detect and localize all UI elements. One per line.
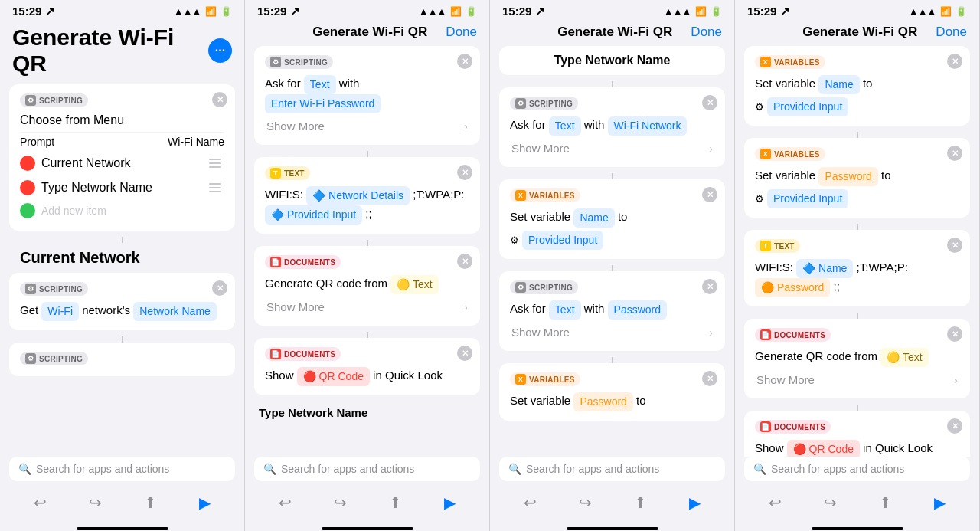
close-p4-vars1[interactable]: ✕	[947, 54, 962, 69]
close-button[interactable]: ✕	[212, 92, 227, 107]
drag-handle-1[interactable]	[206, 156, 224, 171]
show-more-p2-docs1[interactable]: Show More ›	[265, 294, 469, 316]
more-button[interactable]: ···	[208, 38, 232, 63]
vars-label-p4-1: VARIABLES	[774, 58, 820, 67]
close-p3-vars2[interactable]: ✕	[702, 371, 717, 386]
scripting-header-p3-1: ⚙ SCRIPTING	[510, 97, 714, 110]
drag-handle-2[interactable]	[206, 180, 224, 195]
search-bar-4[interactable]: 🔍 Search for apps and actions	[744, 457, 970, 481]
docs-badge-p2-1: 📄 DOCUMENTS	[265, 255, 341, 269]
show-more-p3-1[interactable]: Show More ›	[510, 136, 714, 158]
show-more-p2-1[interactable]: Show More ›	[265, 113, 469, 136]
close-p4-text[interactable]: ✕	[947, 238, 962, 253]
search-icon-1: 🔍	[18, 463, 31, 475]
docs-header-p2-2: 📄 DOCUMENTS	[265, 347, 469, 361]
wifi-icon-4: 📶	[940, 6, 952, 17]
time-1: 15:29 ↗	[12, 5, 55, 18]
share-button-2[interactable]: ⬆	[386, 490, 405, 515]
large-title-bar: Generate Wi-Fi QR ···	[0, 21, 244, 84]
battery-icon-3: 🔋	[710, 6, 722, 17]
undo-button-3[interactable]: ↩	[521, 490, 540, 515]
type-network-item[interactable]: Type Network Name	[20, 175, 224, 200]
search-bar-3[interactable]: 🔍 Search for apps and actions	[499, 457, 725, 481]
network-details-tag: 🔷 Network Details	[306, 186, 410, 205]
add-item[interactable]: Add new item	[20, 200, 224, 221]
share-button-3[interactable]: ⬆	[631, 490, 650, 515]
close-p3-vars1[interactable]: ✕	[702, 187, 717, 202]
docs-badge-p2-2: 📄 DOCUMENTS	[265, 347, 341, 361]
home-indicator-1	[0, 527, 244, 531]
search-bar-1[interactable]: 🔍 Search for apps and actions	[9, 457, 235, 481]
close-button-2[interactable]: ✕	[212, 280, 227, 296]
wifi-tag: Wi-Fi	[41, 302, 79, 321]
text-header-p2: T TEXT	[265, 166, 469, 180]
chevron-docs-p4: ›	[954, 374, 958, 386]
connector-p3-4	[499, 357, 725, 363]
docs-icon-p4-2: 📄	[760, 421, 771, 432]
vars-header-p3-2: X VARIABLES	[510, 372, 714, 386]
play-button-1[interactable]: ▶	[196, 490, 214, 515]
nav-done-4[interactable]: Done	[936, 25, 967, 40]
nav-done-2[interactable]: Done	[446, 25, 477, 40]
redo-button-2[interactable]: ↪	[331, 490, 350, 515]
time-2: 15:29 ↗	[257, 5, 300, 18]
show-more-p3-2[interactable]: Show More ›	[510, 320, 714, 342]
scripting-badge-p3-1: ⚙ SCRIPTING	[510, 97, 578, 110]
undo-button-4[interactable]: ↩	[766, 490, 785, 515]
vars-label-p3-2: VARIABLES	[529, 375, 575, 384]
wifi-icon-3: 📶	[695, 6, 707, 17]
close-p2-docs1[interactable]: ✕	[457, 254, 472, 269]
panel2-scroll: ⚙ SCRIPTING ✕ Ask for Text with Enter Wi…	[245, 46, 489, 457]
play-button-3[interactable]: ▶	[686, 490, 704, 515]
home-bar-2	[322, 527, 413, 530]
play-button-4[interactable]: ▶	[931, 490, 949, 515]
text-tag-p2-1: Text	[304, 75, 336, 94]
connector-p4-4	[744, 405, 970, 411]
close-p4-docs1[interactable]: ✕	[947, 326, 962, 342]
vars-badge-p3-2: X VARIABLES	[510, 372, 580, 386]
connector-p4-1	[744, 132, 970, 138]
show-more-docs-label-p2: Show More	[266, 300, 325, 313]
vars-header-p3-1: X VARIABLES	[510, 188, 714, 202]
text-label-p4: TEXT	[774, 242, 795, 251]
docs-label-p2-1: DOCUMENTS	[284, 258, 335, 267]
close-p2-docs2[interactable]: ✕	[457, 346, 472, 361]
share-button-1[interactable]: ⬆	[141, 490, 160, 515]
redo-button-4[interactable]: ↪	[821, 490, 840, 515]
nav-done-3[interactable]: Done	[691, 25, 722, 40]
scripting-label-p2-1: SCRIPTING	[284, 58, 328, 67]
home-bar-4	[812, 527, 903, 530]
share-button-4[interactable]: ⬆	[876, 490, 895, 515]
close-p2-1[interactable]: ✕	[457, 54, 472, 69]
undo-button-2[interactable]: ↩	[276, 490, 295, 515]
close-p3-1[interactable]: ✕	[702, 95, 717, 110]
panel1-scroll: ⚙ SCRIPTING ✕ Choose from Menu Prompt Wi…	[0, 84, 244, 457]
scripting-icon-2: ⚙	[25, 284, 36, 294]
undo-button-1[interactable]: ↩	[31, 490, 50, 515]
connector-p3-1	[499, 81, 725, 87]
redo-button-3[interactable]: ↪	[576, 490, 595, 515]
search-placeholder-4: Search for apps and actions	[771, 463, 904, 475]
panel-3: 15:29 ↗ ▲▲▲ 📶 🔋 Generate Wi-Fi QR Done T…	[490, 0, 735, 531]
time-4: 15:29 ↗	[747, 5, 790, 18]
search-bar-2[interactable]: 🔍 Search for apps and actions	[254, 457, 480, 481]
redo-button-1[interactable]: ↪	[86, 490, 105, 515]
search-placeholder-1: Search for apps and actions	[36, 463, 169, 475]
set-var-password-card-p4: X VARIABLES ✕ Set variable Password to ⚙…	[744, 138, 970, 218]
current-network-item[interactable]: Current Network	[20, 151, 224, 175]
close-p4-vars2[interactable]: ✕	[947, 146, 962, 161]
generate-qr-card-p4: 📄 DOCUMENTS ✕ Generate QR code from 🟡 Te…	[744, 319, 970, 398]
show-more-p4-docs1[interactable]: Show More ›	[755, 367, 959, 389]
chevron-p2-1: ›	[464, 120, 468, 133]
scripting-label-p3-2: SCRIPTING	[529, 284, 573, 292]
signal-icon-4: ▲▲▲	[909, 6, 936, 17]
set-var-password-card: X VARIABLES ✕ Set variable Password to	[499, 363, 725, 421]
close-p3-2[interactable]: ✕	[702, 279, 717, 294]
play-button-2[interactable]: ▶	[441, 490, 459, 515]
home-bar-3	[567, 527, 658, 530]
status-icons-4: ▲▲▲ 📶 🔋	[909, 6, 967, 17]
close-p2-text[interactable]: ✕	[457, 165, 472, 180]
text-icon-p4: T	[760, 241, 771, 251]
docs-label-p4-1: DOCUMENTS	[774, 331, 825, 339]
close-p4-docs2[interactable]: ✕	[947, 418, 962, 434]
